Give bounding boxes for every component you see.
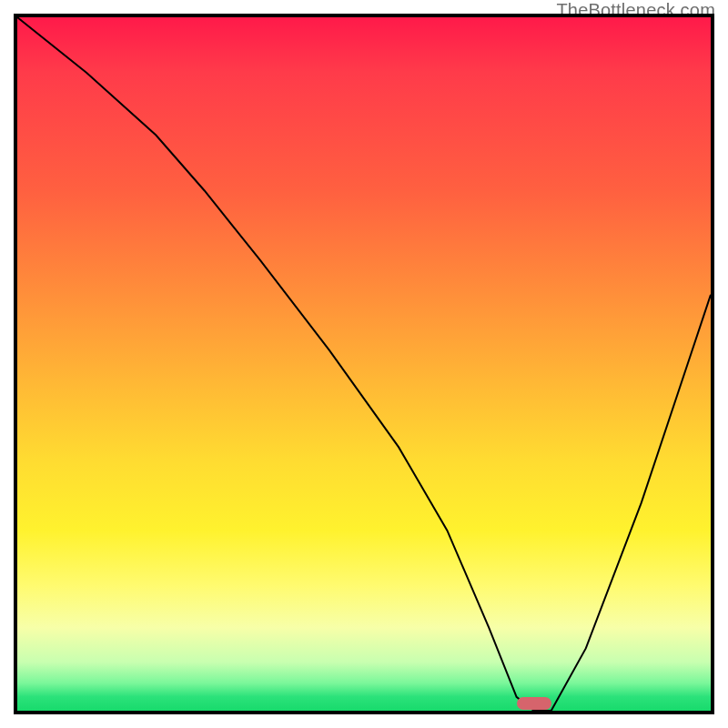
chart-frame: TheBottleneck.com [0, 0, 728, 728]
gradient-background [17, 17, 711, 711]
plot-area [14, 14, 714, 714]
